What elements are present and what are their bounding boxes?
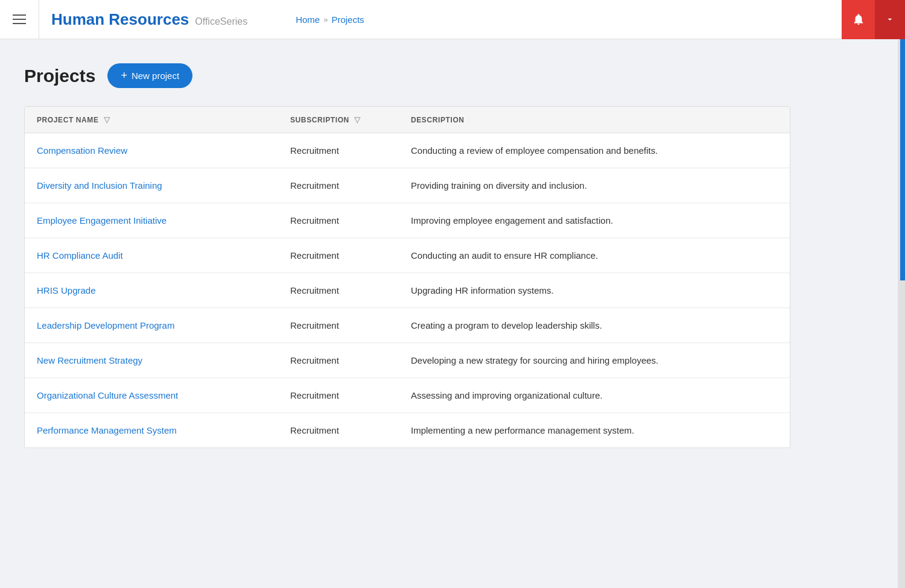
app-header: Human Resources OfficeSeries Home » Proj… xyxy=(0,0,905,39)
description-cell: Improving employee engagement and satisf… xyxy=(399,203,790,238)
project-name-cell: Leadership Development Program xyxy=(25,308,278,343)
table-row: New Recruitment StrategyRecruitmentDevel… xyxy=(25,343,790,378)
project-name-cell: New Recruitment Strategy xyxy=(25,343,278,378)
projects-table-container: PROJECT NAME ▽ SUBSCRIPTION ▽ DESCRIPTIO… xyxy=(24,106,790,448)
suite-name: OfficeSeries xyxy=(195,16,247,27)
project-name-link[interactable]: HRIS Upgrade xyxy=(37,285,96,296)
col-project-name: PROJECT NAME ▽ xyxy=(25,107,278,133)
description-cell: Conducting an audit to ensure HR complia… xyxy=(399,238,790,273)
table-row: Employee Engagement InitiativeRecruitmen… xyxy=(25,203,790,238)
table-row: Compensation ReviewRecruitmentConducting… xyxy=(25,133,790,168)
subscription-cell: Recruitment xyxy=(278,378,399,413)
project-name-filter-icon[interactable]: ▽ xyxy=(104,115,110,124)
col-subscription-label: SUBSCRIPTION xyxy=(290,116,349,124)
description-cell: Implementing a new performance managemen… xyxy=(399,413,790,448)
projects-table: PROJECT NAME ▽ SUBSCRIPTION ▽ DESCRIPTIO… xyxy=(25,107,790,447)
chevron-down-icon xyxy=(885,14,895,24)
table-row: Performance Management SystemRecruitment… xyxy=(25,413,790,448)
breadcrumb: Home » Projects xyxy=(296,14,364,25)
notification-bell-button[interactable] xyxy=(842,0,875,39)
project-name-cell: Performance Management System xyxy=(25,413,278,448)
table-header: PROJECT NAME ▽ SUBSCRIPTION ▽ DESCRIPTIO… xyxy=(25,107,790,133)
app-name: Human Resources xyxy=(51,10,189,29)
col-description-label: DESCRIPTION xyxy=(411,116,465,124)
table-row: HR Compliance AuditRecruitmentConducting… xyxy=(25,238,790,273)
subscription-cell: Recruitment xyxy=(278,168,399,203)
project-name-link[interactable]: Leadership Development Program xyxy=(37,320,174,330)
bell-icon xyxy=(852,13,865,26)
table-row: HRIS UpgradeRecruitmentUpgrading HR info… xyxy=(25,273,790,308)
new-project-button[interactable]: + New project xyxy=(107,63,192,88)
plus-icon: + xyxy=(121,69,127,82)
new-project-label: New project xyxy=(132,71,179,81)
col-subscription: SUBSCRIPTION ▽ xyxy=(278,107,399,133)
project-name-link[interactable]: Diversity and Inclusion Training xyxy=(37,180,162,191)
table-row: Leadership Development ProgramRecruitmen… xyxy=(25,308,790,343)
project-name-cell: Organizational Culture Assessment xyxy=(25,378,278,413)
header-actions xyxy=(842,0,905,39)
table-row: Diversity and Inclusion TrainingRecruitm… xyxy=(25,168,790,203)
project-name-link[interactable]: HR Compliance Audit xyxy=(37,250,123,261)
project-name-cell: Diversity and Inclusion Training xyxy=(25,168,278,203)
subscription-cell: Recruitment xyxy=(278,273,399,308)
description-cell: Assessing and improving organizational c… xyxy=(399,378,790,413)
page-header: Projects + New project xyxy=(24,63,875,88)
subscription-filter-icon[interactable]: ▽ xyxy=(354,115,361,124)
project-name-link[interactable]: Organizational Culture Assessment xyxy=(37,390,178,400)
subscription-cell: Recruitment xyxy=(278,343,399,378)
description-cell: Providing training on diversity and incl… xyxy=(399,168,790,203)
project-name-link[interactable]: Employee Engagement Initiative xyxy=(37,215,167,226)
project-name-link[interactable]: New Recruitment Strategy xyxy=(37,355,142,365)
user-dropdown-button[interactable] xyxy=(875,0,905,39)
col-project-name-label: PROJECT NAME xyxy=(37,116,99,124)
header-title-group: Human Resources OfficeSeries xyxy=(39,10,247,29)
project-name-cell: Compensation Review xyxy=(25,133,278,168)
project-name-cell: HRIS Upgrade xyxy=(25,273,278,308)
menu-button[interactable] xyxy=(0,0,39,39)
subscription-cell: Recruitment xyxy=(278,133,399,168)
main-content: Projects + New project PROJECT NAME ▽ xyxy=(0,39,905,472)
subscription-cell: Recruitment xyxy=(278,308,399,343)
subscription-cell: Recruitment xyxy=(278,238,399,273)
project-name-cell: Employee Engagement Initiative xyxy=(25,203,278,238)
subscription-cell: Recruitment xyxy=(278,203,399,238)
breadcrumb-separator: » xyxy=(323,15,328,24)
col-description: DESCRIPTION xyxy=(399,107,790,133)
page-title: Projects xyxy=(24,66,95,86)
project-name-cell: HR Compliance Audit xyxy=(25,238,278,273)
table-row: Organizational Culture AssessmentRecruit… xyxy=(25,378,790,413)
project-name-link[interactable]: Performance Management System xyxy=(37,425,177,435)
project-name-link[interactable]: Compensation Review xyxy=(37,145,127,156)
hamburger-icon xyxy=(13,14,26,24)
subscription-cell: Recruitment xyxy=(278,413,399,448)
description-cell: Upgrading HR information systems. xyxy=(399,273,790,308)
description-cell: Developing a new strategy for sourcing a… xyxy=(399,343,790,378)
breadcrumb-home[interactable]: Home xyxy=(296,14,320,25)
description-cell: Conducting a review of employee compensa… xyxy=(399,133,790,168)
description-cell: Creating a program to develop leadership… xyxy=(399,308,790,343)
table-body: Compensation ReviewRecruitmentConducting… xyxy=(25,133,790,448)
breadcrumb-current[interactable]: Projects xyxy=(331,14,364,25)
